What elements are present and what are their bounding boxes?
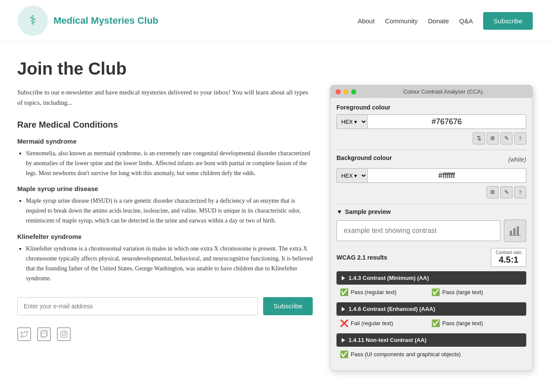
result-row-146: ❌ Fail (regular text) ✅ Pass (large text…	[336, 317, 526, 330]
result-row-1411: ✅ Pass (UI components and graphical obje…	[336, 348, 526, 361]
sample-preview-triangle: ▼	[336, 208, 343, 215]
result-regular-146: ❌ Fail (regular text)	[340, 319, 431, 327]
result-large-146: ✅ Pass (large text)	[431, 319, 523, 327]
result-label-1411: 1.4.11 Non-text Contrast (AA)	[349, 337, 427, 343]
svg-rect-7	[517, 226, 519, 235]
svg-text:⚕: ⚕	[29, 13, 36, 27]
result-regular-text-146: Fail (regular text)	[351, 320, 393, 326]
condition-desc-1: Sirenomelia, also known as mermaid syndr…	[26, 148, 313, 178]
bg-hex-input[interactable]	[368, 168, 526, 183]
titlebar-minimize-dot[interactable]	[343, 89, 349, 94]
contrast-ratio-value: 4.5:1	[496, 255, 522, 265]
bg-eyedropper-btn[interactable]: ✎	[500, 186, 512, 198]
result-row-143: ✅ Pass (regular text) ✅ Pass (large text…	[336, 285, 526, 299]
result-bar-1411[interactable]: 1.4.11 Non-text Contrast (AA)	[336, 333, 526, 347]
cca-body: Foreground colour HEX ▾ ⇅ ⚙ ✎ ? Backgrou…	[330, 98, 532, 370]
bg-label-row: Background colour (white)	[336, 154, 526, 165]
condition-list-3: Klinefelter syndrome is a chromosomal va…	[17, 244, 313, 283]
main-nav: About Community Donate Q&A Subscribe	[358, 12, 533, 30]
fg-eyedropper-btn[interactable]: ✎	[500, 132, 512, 144]
result-bar-143[interactable]: 1.4.3 Contrast (Minimum) (AA)	[336, 271, 526, 285]
svg-rect-5	[510, 231, 512, 235]
condition-title-3: Klinefelter syndrome	[17, 233, 313, 240]
fg-label: Foreground colour	[336, 104, 526, 111]
titlebar-maximize-dot[interactable]	[351, 89, 356, 94]
svg-rect-6	[513, 228, 515, 235]
result-triangle-1411	[342, 338, 345, 342]
pass-icon-ui-1411: ✅	[340, 350, 349, 358]
cca-panel: Colour Contrast Analyser (CCA) Foregroun…	[330, 85, 533, 371]
bg-settings-btn[interactable]: ⚙	[487, 186, 499, 198]
cca-preview-row: example text showing contrast	[336, 220, 526, 242]
wcag-label: WCAG 2.1 results	[336, 254, 387, 261]
result-large-text-143: Pass (large text)	[442, 289, 483, 295]
twitch-icon[interactable]	[37, 327, 51, 341]
chart-preview-btn[interactable]	[504, 220, 526, 242]
logo-area: ⚕ Medical Mysteries Club	[17, 5, 158, 36]
result-bar-146[interactable]: 1.4.6 Contrast (Enhanced) (AAA)	[336, 302, 526, 316]
fg-format-select[interactable]: HEX ▾	[336, 114, 368, 129]
nav-qa[interactable]: Q&A	[459, 17, 473, 25]
result-label-146: 1.4.6 Contrast (Enhanced) (AAA)	[349, 306, 435, 312]
svg-point-4	[65, 332, 66, 333]
main-content: Join the Club Subscribe to our e-newslet…	[17, 59, 313, 341]
wcag-row: WCAG 2.1 results Contrast ratio 4.5:1	[336, 248, 526, 267]
pass-icon-large-146: ✅	[431, 319, 440, 327]
result-regular-143: ✅ Pass (regular text)	[340, 288, 431, 296]
section-heading: Rare Medical Conditions	[17, 120, 313, 130]
titlebar-close-dot[interactable]	[336, 89, 341, 94]
twitter-icon[interactable]	[17, 327, 31, 341]
cca-title: Colour Contrast Analyser (CCA)	[359, 88, 527, 95]
condition-title-2: Maple syrup urine disease	[17, 185, 313, 192]
svg-point-3	[62, 332, 66, 336]
condition-title-1: Mermaid syndrome	[17, 138, 313, 145]
cca-titlebar: Colour Contrast Analyser (CCA)	[330, 85, 532, 98]
fg-help-btn[interactable]: ?	[514, 132, 526, 144]
result-large-text-146: Pass (large text)	[442, 320, 483, 326]
sample-preview-heading: ▼ Sample preview	[336, 208, 526, 215]
result-large-143: ✅ Pass (large text)	[431, 288, 523, 296]
bg-help-btn[interactable]: ?	[514, 186, 526, 198]
subscribe-form: Subscribe	[17, 297, 313, 315]
instagram-icon[interactable]	[57, 327, 71, 341]
email-input[interactable]	[17, 297, 258, 315]
contrast-ratio-label: Contrast ratio	[496, 250, 522, 255]
result-ui-1411: ✅ Pass (UI components and graphical obje…	[340, 350, 523, 358]
bg-tools-row: ⚙ ✎ ?	[336, 186, 526, 198]
fg-input-row: HEX ▾	[336, 114, 526, 129]
svg-rect-2	[61, 331, 67, 337]
social-icons	[17, 327, 313, 341]
result-triangle-146	[342, 307, 345, 311]
nav-donate[interactable]: Donate	[428, 17, 449, 25]
pass-icon-large-143: ✅	[431, 288, 440, 296]
result-label-143: 1.4.3 Contrast (Minimum) (AA)	[349, 275, 429, 281]
fg-settings-btn[interactable]: ⚙	[487, 132, 499, 144]
page-title: Join the Club	[17, 59, 313, 78]
fg-tools-row: ⇅ ⚙ ✎ ?	[336, 132, 526, 144]
contrast-ratio-box: Contrast ratio 4.5:1	[491, 248, 526, 267]
result-regular-text-143: Pass (regular text)	[351, 289, 396, 295]
result-triangle-143	[342, 276, 345, 280]
bg-label: Background colour	[336, 154, 392, 161]
bg-input-row: HEX ▾	[336, 168, 526, 183]
result-ui-text-1411: Pass (UI components and graphical object…	[351, 351, 461, 358]
condition-desc-2: Maple syrup urine disease (MSUD) is a ra…	[26, 196, 313, 226]
intro-text: Subscribe to our e-newsletter and have m…	[17, 87, 313, 108]
logo-icon: ⚕	[17, 5, 48, 36]
fail-icon-regular-146: ❌	[340, 319, 349, 327]
bg-format-select[interactable]: HEX ▾	[336, 168, 368, 183]
fg-hex-input[interactable]	[368, 114, 526, 129]
condition-desc-3: Klinefelter syndrome is a chromosomal va…	[26, 244, 313, 283]
nav-about[interactable]: About	[358, 17, 374, 25]
pass-icon-regular-143: ✅	[340, 288, 349, 296]
site-title: Medical Mysteries Club	[53, 15, 158, 26]
sample-preview-label: Sample preview	[345, 208, 391, 215]
nav-subscribe-button[interactable]: Subscribe	[483, 12, 533, 30]
subscribe-button[interactable]: Subscribe	[263, 297, 313, 315]
sample-text: example text showing contrast	[336, 220, 500, 241]
fg-swap-btn[interactable]: ⇅	[473, 132, 485, 144]
nav-community[interactable]: Community	[385, 17, 418, 25]
condition-list-2: Maple syrup urine disease (MSUD) is a ra…	[17, 196, 313, 226]
bg-white-label: (white)	[508, 156, 526, 163]
condition-list-1: Sirenomelia, also known as mermaid syndr…	[17, 148, 313, 178]
